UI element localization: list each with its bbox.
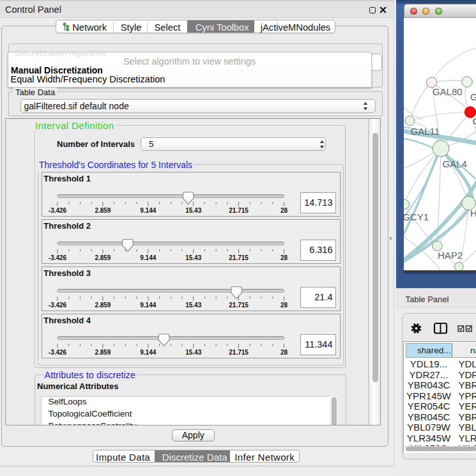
svg-text:GA: GA	[470, 91, 476, 102]
svg-text:GAL4: GAL4	[443, 158, 467, 169]
svg-text:GAL11: GAL11	[411, 126, 440, 137]
svg-text:GCY1: GCY1	[404, 211, 429, 222]
svg-text:GAL80: GAL80	[433, 86, 463, 97]
svg-text:G: G	[473, 116, 476, 127]
svg-text:H: H	[470, 208, 476, 219]
svg-text:HAP2: HAP2	[438, 250, 463, 261]
